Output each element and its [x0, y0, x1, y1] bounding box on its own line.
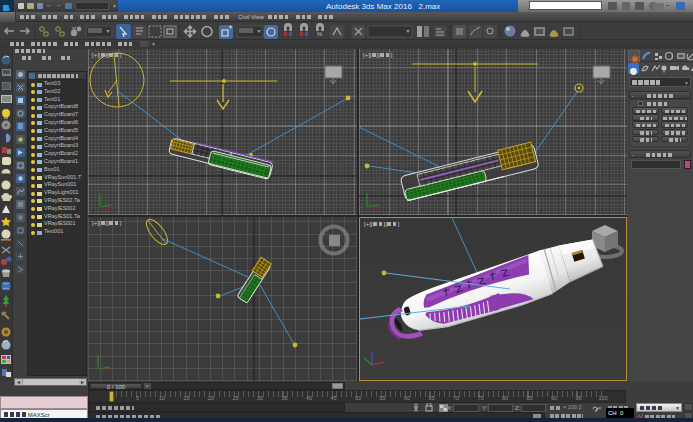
- svg-text:%: %: [317, 31, 323, 37]
